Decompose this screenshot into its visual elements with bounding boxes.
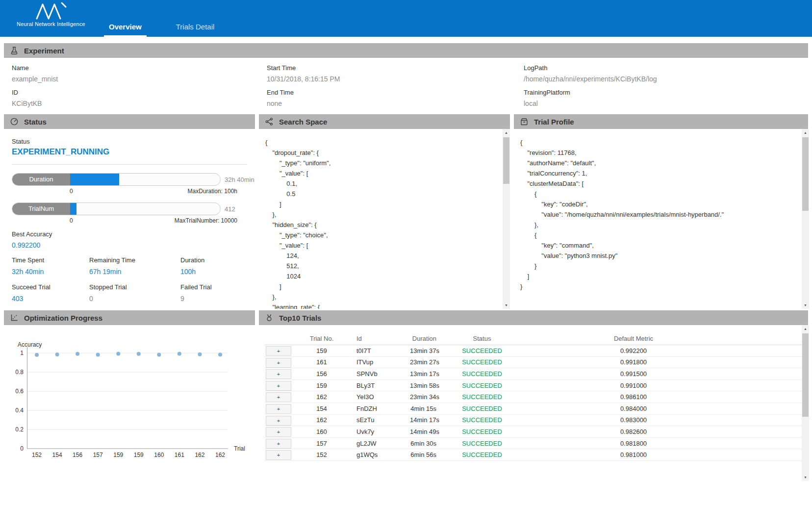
expand-cell: + <box>265 438 292 449</box>
trial-profile-panel: { "revision": 11768, "authorName": "defa… <box>514 129 809 309</box>
svg-text:157: 157 <box>93 452 103 458</box>
optimization-panel: Accuracy00.20.40.60.81Trial1521541561571… <box>4 325 255 487</box>
col-duration: Duration <box>410 335 441 342</box>
trial-status-cell: SUCCEEDED <box>441 347 523 354</box>
gauge-icon <box>10 117 19 126</box>
trialnum-bounds: 0 MaxTrialNumber: 10000 <box>70 217 237 224</box>
svg-text:162: 162 <box>215 452 225 458</box>
trial-status-cell: SUCCEEDED <box>441 393 523 401</box>
optimization-section-title: Optimization Progress <box>24 314 102 322</box>
expand-row-button[interactable]: + <box>266 404 291 414</box>
svg-text:159: 159 <box>113 452 123 458</box>
trial-status-cell: SUCCEEDED <box>441 382 523 389</box>
trial-no-cell: 152 <box>292 451 351 458</box>
stat-failed-trial: Failed Trial 9 <box>180 283 212 303</box>
trial-no-cell: 161 <box>292 358 351 366</box>
tab-trials-detail[interactable]: Trials Detail <box>171 23 220 37</box>
field-value: KCiBytKB <box>12 100 58 107</box>
medal-icon <box>265 313 274 322</box>
expand-row-button[interactable]: + <box>266 427 291 437</box>
stat-value: 0 <box>89 295 127 303</box>
table-row: +159BLy3T13min 58sSUCCEEDED0.991000 <box>265 380 804 392</box>
field-value: 10/31/2018, 8:16:15 PM <box>267 75 340 83</box>
stat-value: 32h 40min <box>12 268 44 276</box>
expand-row-button[interactable]: + <box>266 346 291 356</box>
trial-id-cell: sEzTu <box>351 416 410 424</box>
col-trial-no: Trial No. <box>292 335 351 342</box>
trial-id-cell: FnDZH <box>351 405 410 412</box>
brand-text: Neural Network Intelligence <box>12 21 90 27</box>
expand-row-button[interactable]: + <box>266 439 291 449</box>
col-id: Id <box>351 335 410 342</box>
trial-id-cell: SPNVb <box>351 370 410 378</box>
top10-scrollbar[interactable]: ▲ ▼ <box>802 325 809 481</box>
trial-metric-cell: 0.981800 <box>523 440 744 447</box>
svg-text:1: 1 <box>20 350 24 356</box>
flask-icon <box>10 46 19 55</box>
trialnum-progress-label: TrialNum <box>12 203 70 215</box>
scroll-up-icon[interactable]: ▲ <box>503 129 510 136</box>
trialnum-min: 0 <box>70 217 73 224</box>
duration-bounds: 0 MaxDuration: 100h <box>70 188 237 195</box>
expand-row-button[interactable]: + <box>266 450 291 460</box>
trial-no-cell: 157 <box>292 440 351 447</box>
trial-id-cell: YeI3O <box>351 393 410 401</box>
svg-text:159: 159 <box>134 452 144 458</box>
scroll-down-icon[interactable]: ▼ <box>503 302 510 309</box>
duration-progress-fill <box>70 174 119 185</box>
top10-panel: Trial No. Id Duration Status Default Met… <box>259 325 809 481</box>
scroll-up-icon[interactable]: ▲ <box>802 325 809 332</box>
trial-no-cell: 156 <box>292 370 351 378</box>
svg-text:0.6: 0.6 <box>15 388 24 395</box>
brand: Neural Network Intelligence <box>12 1 90 27</box>
experiment-section-header: Experiment <box>4 43 808 58</box>
field-value: /home/quzha/nni/experiments/KCiBytKB/log <box>524 75 657 83</box>
duration-max: MaxDuration: 100h <box>188 188 237 195</box>
expand-row-button[interactable]: + <box>266 381 291 391</box>
expand-row-button[interactable]: + <box>266 392 291 402</box>
trial-no-cell: 162 <box>292 416 351 424</box>
stat-succeed-trial: Succeed Trial 403 <box>12 283 51 303</box>
scroll-down-icon[interactable]: ▼ <box>802 302 809 309</box>
svg-text:156: 156 <box>73 452 82 458</box>
stat-value: 403 <box>12 295 51 303</box>
trialnum-max: MaxTrialNumber: 10000 <box>175 217 237 224</box>
search-space-section-title: Search Space <box>279 118 327 126</box>
scrollbar-thumb[interactable] <box>802 333 809 417</box>
expand-row-button[interactable]: + <box>266 358 291 368</box>
expand-row-button[interactable]: + <box>266 416 291 426</box>
scrollbar-thumb[interactable] <box>802 137 809 211</box>
search-space-scrollbar[interactable]: ▲ ▼ <box>503 129 510 309</box>
trial-status-cell: SUCCEEDED <box>441 451 523 458</box>
trial-duration-cell: 23min 27s <box>410 358 441 366</box>
trial-profile-section-title: Trial Profile <box>534 118 574 126</box>
status-label: Status <box>12 138 30 145</box>
trial-profile-section-header: Trial Profile <box>514 114 808 129</box>
trial-status-cell: SUCCEEDED <box>441 428 523 435</box>
table-row: +156SPNVb13min 17sSUCCEEDED0.991500 <box>265 368 804 380</box>
stat-duration: Duration 100h <box>180 256 204 276</box>
trial-metric-cell: 0.986100 <box>523 393 744 401</box>
expand-row-button[interactable]: + <box>266 369 291 379</box>
table-row: +152g1WQs6min 56sSUCCEEDED0.981000 <box>265 449 804 461</box>
best-accuracy-value: 0.992200 <box>12 241 40 249</box>
trial-profile-json: { "revision": 11768, "authorName": "defa… <box>514 129 801 309</box>
svg-text:152: 152 <box>32 452 42 458</box>
col-default-metric: Default Metric <box>523 335 744 342</box>
field-label: Name <box>12 64 58 72</box>
experiment-col-1: Name example_mnist ID KCiBytKB <box>12 64 58 113</box>
scroll-up-icon[interactable]: ▲ <box>802 129 809 136</box>
duration-progress-track: Duration <box>12 173 221 186</box>
scrollbar-thumb[interactable] <box>503 137 509 184</box>
trial-no-cell: 162 <box>292 393 351 401</box>
trial-duration-cell: 13min 58s <box>410 382 441 389</box>
trial-id-cell: BLy3T <box>351 382 410 389</box>
trial-profile-scrollbar[interactable]: ▲ ▼ <box>802 129 809 309</box>
field-label: ID <box>12 89 58 96</box>
tab-overview[interactable]: Overview <box>104 23 147 37</box>
col-status: Status <box>441 335 523 342</box>
trial-id-cell: ITVup <box>351 358 410 366</box>
scroll-down-icon[interactable]: ▼ <box>802 474 809 481</box>
stat-time-spent: Time Spent 32h 40min <box>12 256 44 276</box>
stat-remaining-time: Remaining Time 67h 19min <box>89 256 135 276</box>
